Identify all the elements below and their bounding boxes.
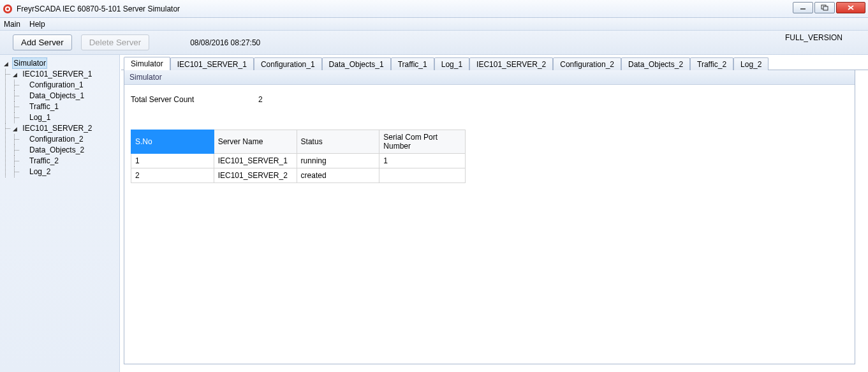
expander-icon[interactable]: ◢ xyxy=(11,124,18,134)
cell-status: running xyxy=(297,154,379,168)
timestamp-label: 08/08/2016 08:27:50 xyxy=(190,38,260,47)
add-server-button[interactable]: Add Server xyxy=(13,34,72,50)
cell-server-name: IEC101_SERVER_2 xyxy=(214,168,297,183)
menu-help[interactable]: Help xyxy=(29,20,45,29)
col-sno[interactable]: S.No xyxy=(131,130,214,154)
close-button[interactable] xyxy=(836,2,865,13)
tree-item-traffic-1[interactable]: Traffic_1 xyxy=(28,101,60,112)
version-label: FULL_VERSION xyxy=(785,33,842,42)
tree-item-configuration-2[interactable]: Configuration_2 xyxy=(28,134,85,144)
tab-configuration-1[interactable]: Configuration_1 xyxy=(254,57,322,70)
tree-root-simulator[interactable]: Simulator xyxy=(12,57,47,69)
cell-port xyxy=(379,168,466,183)
tab-traffic-1[interactable]: Traffic_1 xyxy=(391,57,434,70)
tab-server-2[interactable]: IEC101_SERVER_2 xyxy=(469,57,553,70)
tab-log-2[interactable]: Log_2 xyxy=(733,57,769,70)
tree-item-data-objects-1[interactable]: Data_Objects_1 xyxy=(28,91,85,101)
tree-item-log-1[interactable]: Log_1 xyxy=(28,112,52,123)
server-table: S.No Server Name Status Serial Com Port … xyxy=(131,130,466,183)
tree-item-data-objects-2[interactable]: Data_Objects_2 xyxy=(28,145,85,155)
delete-server-button: Delete Server xyxy=(81,34,150,50)
tree-server-1[interactable]: IEC101_SERVER_1 xyxy=(21,69,93,79)
window-title: FreyrSCADA IEC 60870-5-101 Server Simula… xyxy=(17,4,180,13)
total-server-count: Total Server Count 2 xyxy=(131,95,848,104)
tab-configuration-2[interactable]: Configuration_2 xyxy=(553,57,621,70)
minimize-button[interactable] xyxy=(793,2,813,13)
expander-icon[interactable]: ◢ xyxy=(3,59,9,69)
maximize-button[interactable] xyxy=(814,2,835,13)
tab-server-1[interactable]: IEC101_SERVER_1 xyxy=(170,57,254,70)
tree: ◢ Simulator ◢ IEC101_SERVER_1 ·Configura… xyxy=(1,57,118,177)
cell-sno: 1 xyxy=(131,154,214,168)
tree-item-log-2[interactable]: Log_2 xyxy=(28,167,52,177)
tab-strip: Simulator IEC101_SERVER_1 Configuration_… xyxy=(121,56,868,70)
table-header-row: S.No Server Name Status Serial Com Port … xyxy=(131,130,466,154)
total-server-count-label: Total Server Count xyxy=(131,95,258,104)
col-serial-port[interactable]: Serial Com Port Number xyxy=(379,130,466,154)
toolbar: Add Server Delete Server 08/08/2016 08:2… xyxy=(0,31,868,55)
content-area: Simulator IEC101_SERVER_1 Configuration_… xyxy=(120,55,868,372)
title-bar: FreyrSCADA IEC 60870-5-101 Server Simula… xyxy=(0,0,868,18)
svg-point-2 xyxy=(6,8,9,10)
tree-server-2[interactable]: IEC101_SERVER_2 xyxy=(21,123,93,133)
panel-body: Total Server Count 2 S.No Server Name St… xyxy=(124,85,855,190)
app-icon xyxy=(3,4,13,14)
tab-data-objects-2[interactable]: Data_Objects_2 xyxy=(621,57,690,70)
svg-rect-5 xyxy=(823,6,828,10)
panel-title: Simulator xyxy=(124,70,855,85)
tab-traffic-2[interactable]: Traffic_2 xyxy=(690,57,733,70)
cell-sno: 2 xyxy=(131,168,214,183)
menu-bar: Main Help xyxy=(0,18,868,31)
main-area: ◢ Simulator ◢ IEC101_SERVER_1 ·Configura… xyxy=(0,55,868,372)
tab-log-1[interactable]: Log_1 xyxy=(434,57,469,70)
col-server-name[interactable]: Server Name xyxy=(214,130,297,154)
expander-icon[interactable]: ◢ xyxy=(11,70,18,80)
menu-main[interactable]: Main xyxy=(4,20,20,29)
table-row[interactable]: 1 IEC101_SERVER_1 running 1 xyxy=(131,154,466,168)
col-status[interactable]: Status xyxy=(297,130,379,154)
total-server-count-value: 2 xyxy=(258,95,263,104)
tab-simulator[interactable]: Simulator xyxy=(124,57,170,70)
cell-port: 1 xyxy=(379,154,466,168)
window-controls xyxy=(793,2,865,13)
tree-item-configuration-1[interactable]: Configuration_1 xyxy=(28,80,85,90)
table-row[interactable]: 2 IEC101_SERVER_2 created xyxy=(131,168,466,183)
simulator-panel: Simulator Total Server Count 2 S.No Serv… xyxy=(124,70,855,364)
cell-status: created xyxy=(297,168,379,183)
tree-item-traffic-2[interactable]: Traffic_2 xyxy=(28,156,60,166)
cell-server-name: IEC101_SERVER_1 xyxy=(214,154,297,168)
tab-data-objects-1[interactable]: Data_Objects_1 xyxy=(322,57,391,70)
sidebar: ◢ Simulator ◢ IEC101_SERVER_1 ·Configura… xyxy=(0,55,120,372)
